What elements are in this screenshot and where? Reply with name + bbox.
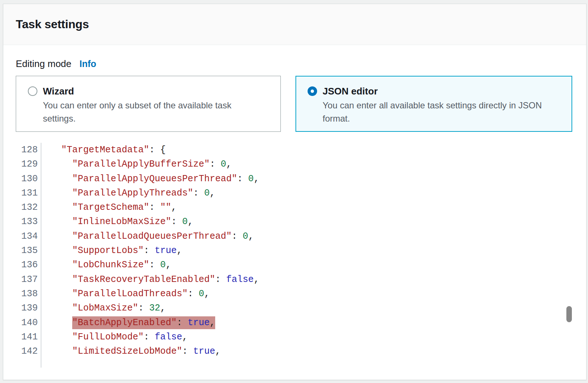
code-line[interactable]: 134 "ParallelLoadQueuesPerThread": 0, — [3, 229, 586, 243]
code-text: "FullLobMode": false, — [41, 330, 188, 344]
line-number: 140 — [3, 316, 41, 330]
code-text: "BatchApplyEnabled": true, — [41, 316, 215, 330]
highlighted-code: "BatchApplyEnabled": true, — [72, 317, 215, 328]
code-text: "TargetMetadata": { — [41, 143, 166, 157]
code-line[interactable]: 132 "TargetSchema": "", — [3, 200, 586, 215]
code-text: "TaskRecoveryTableEnabled": false, — [41, 272, 259, 287]
code-text: "ParallelApplyBufferSize": 0, — [41, 157, 232, 171]
json-editor-option-text: JSON editor You can enter all available … — [323, 85, 546, 125]
line-number: 134 — [3, 229, 41, 243]
line-number: 133 — [3, 215, 41, 229]
line-number: 142 — [3, 344, 41, 358]
task-settings-panel: Task settings Editing mode Info Wizard Y… — [3, 4, 587, 380]
code-text: "SupportLobs": true, — [41, 243, 182, 258]
editing-mode-label: Editing mode — [16, 58, 71, 70]
code-text: "ParallelLoadThreads": 0, — [41, 287, 210, 301]
line-number: 135 — [3, 243, 41, 258]
line-number: 128 — [3, 143, 41, 157]
page-title: Task settings — [16, 18, 89, 31]
radio-selected-icon[interactable] — [308, 86, 317, 96]
line-number: 129 — [3, 157, 41, 171]
wizard-option-title: Wizard — [43, 85, 266, 97]
editing-mode-row: Editing mode Info — [16, 58, 586, 70]
line-number: 136 — [3, 258, 41, 272]
code-line[interactable]: 133 "InlineLobMaxSize": 0, — [3, 215, 586, 229]
wizard-option-tile[interactable]: Wizard You can enter only a subset of th… — [16, 76, 281, 132]
code-line[interactable]: 139 "LobMaxSize": 32, — [3, 301, 586, 315]
code-text: "LobMaxSize": 32, — [41, 301, 166, 315]
line-number: 137 — [3, 272, 41, 287]
code-text: "ParallelLoadQueuesPerThread": 0, — [41, 229, 254, 243]
editor-scrollbar-thumb[interactable] — [566, 306, 572, 322]
json-editor-option-title: JSON editor — [323, 85, 546, 97]
code-line[interactable]: 137 "TaskRecoveryTableEnabled": false, — [3, 272, 586, 287]
line-number: 132 — [3, 200, 41, 215]
code-text: "TargetSchema": "", — [41, 200, 177, 215]
code-line[interactable]: 138 "ParallelLoadThreads": 0, — [3, 287, 586, 301]
info-link[interactable]: Info — [80, 59, 96, 69]
code-line[interactable]: 136 "LobChunkSize": 0, — [3, 258, 586, 272]
json-code-editor[interactable]: 128 "TargetMetadata": {129 "ParallelAppl… — [3, 142, 586, 368]
code-line[interactable]: 130 "ParallelApplyQueuesPerThread": 0, — [3, 172, 586, 186]
wizard-option-description: You can enter only a subset of the avail… — [43, 99, 266, 125]
line-number: 141 — [3, 330, 41, 344]
code-line[interactable]: 135 "SupportLobs": true, — [3, 243, 586, 258]
code-line[interactable]: 129 "ParallelApplyBufferSize": 0, — [3, 157, 586, 171]
json-editor-option-description: You can enter all available task setting… — [323, 99, 546, 125]
wizard-option-text: Wizard You can enter only a subset of th… — [43, 85, 266, 125]
line-number: 139 — [3, 301, 41, 315]
code-line[interactable]: 131 "ParallelApplyThreads": 0, — [3, 186, 586, 200]
code-text: "ParallelApplyThreads": 0, — [41, 186, 215, 200]
code-text: "ParallelApplyQueuesPerThread": 0, — [41, 172, 259, 186]
radio-unselected-icon[interactable] — [28, 86, 37, 96]
code-text: "LobChunkSize": 0, — [41, 258, 171, 272]
code-line[interactable]: 140 "BatchApplyEnabled": true, — [3, 316, 586, 330]
code-line[interactable]: 128 "TargetMetadata": { — [3, 143, 586, 157]
line-number: 138 — [3, 287, 41, 301]
line-number: 130 — [3, 172, 41, 186]
code-line[interactable]: 141 "FullLobMode": false, — [3, 330, 586, 344]
panel-body: Editing mode Info Wizard You can enter o… — [3, 45, 586, 368]
line-number: 131 — [3, 186, 41, 200]
code-lines: 128 "TargetMetadata": {129 "ParallelAppl… — [3, 142, 586, 358]
json-editor-option-tile[interactable]: JSON editor You can enter all available … — [295, 76, 572, 132]
code-line[interactable]: 142 "LimitedSizeLobMode": true, — [3, 344, 586, 358]
panel-header: Task settings — [3, 4, 586, 45]
code-text: "LimitedSizeLobMode": true, — [41, 344, 221, 358]
code-text: "InlineLobMaxSize": 0, — [41, 215, 193, 229]
editing-mode-options: Wizard You can enter only a subset of th… — [16, 76, 586, 132]
